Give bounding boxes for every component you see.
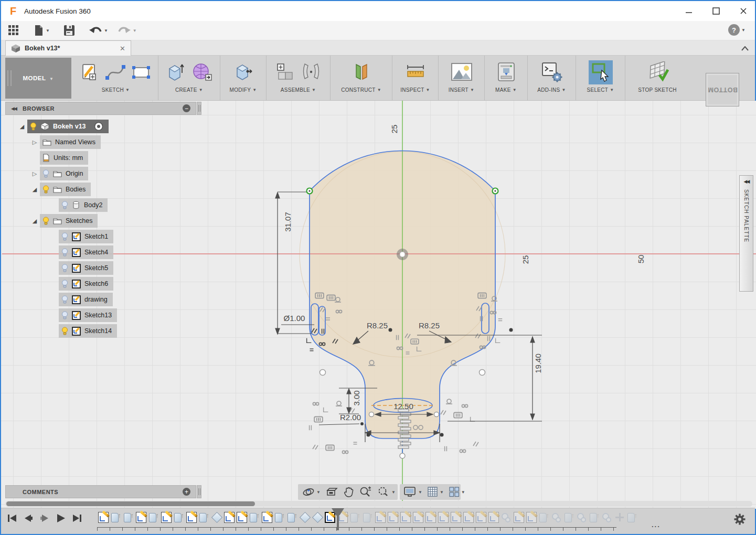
visibility-bulb-icon[interactable] (61, 280, 68, 288)
assemble-group-label[interactable]: ASSEMBLE▼ (281, 87, 316, 93)
minimize-button[interactable] (685, 7, 693, 15)
form-icon[interactable] (191, 61, 212, 83)
browser-row[interactable]: Named Views (5, 135, 194, 149)
timeline-feature[interactable] (551, 512, 562, 523)
timeline-feature[interactable] (564, 512, 574, 523)
browser-row[interactable]: Body2 (5, 198, 194, 212)
visibility-bulb-icon[interactable] (61, 295, 68, 304)
construct-plane-icon[interactable] (351, 61, 372, 83)
timeline-feature[interactable] (413, 512, 423, 523)
timeline-feature[interactable] (539, 512, 549, 523)
tab-close-icon[interactable]: ✕ (120, 45, 125, 52)
browser-header[interactable]: ◀◀ BROWSER − (5, 102, 196, 115)
maximize-button[interactable] (712, 7, 720, 15)
timeline-feature[interactable] (249, 512, 260, 523)
visibility-bulb-icon[interactable] (61, 264, 68, 272)
grid-settings-button[interactable]: ▼ (428, 487, 444, 497)
timeline-feature[interactable] (602, 512, 612, 523)
comments-header[interactable]: COMMENTS + (5, 485, 196, 498)
expand-arrow-icon[interactable] (29, 139, 40, 146)
timeline-feature[interactable] (451, 512, 461, 523)
browser-row[interactable]: Sketch1 (5, 230, 194, 243)
timeline-feature[interactable] (501, 512, 512, 523)
app-grid-button[interactable] (8, 25, 19, 36)
add-comment-icon[interactable]: + (183, 488, 190, 496)
visibility-bulb-icon[interactable] (61, 327, 68, 335)
timeline-feature[interactable] (287, 512, 297, 523)
sketch-group-label[interactable]: SKETCH▼ (102, 87, 130, 93)
sketch-palette-collapsed[interactable]: ◀◀ SKETCH PALETTE (739, 175, 753, 292)
dim-top-width[interactable]: 25 (390, 125, 399, 134)
timeline-feature[interactable] (463, 512, 474, 523)
addins-group-label[interactable]: ADD-INS▼ (537, 87, 566, 93)
create-sketch-icon[interactable] (81, 62, 100, 82)
expand-arrow-icon[interactable] (29, 170, 40, 177)
dim-ellipse-width[interactable]: 12.50 (393, 402, 413, 411)
browser-row[interactable]: Sketch14 (5, 324, 194, 338)
origin-point[interactable] (397, 249, 408, 260)
timeline-feature[interactable] (476, 512, 486, 523)
look-at-button[interactable] (326, 487, 338, 497)
browser-row[interactable]: drawing (5, 293, 194, 306)
rectangle-icon[interactable] (131, 64, 151, 81)
timeline-feature[interactable] (400, 512, 411, 523)
redo-button[interactable]: ▼ (118, 26, 137, 35)
go-to-start-button[interactable] (7, 513, 17, 523)
timeline-feature[interactable] (363, 512, 373, 523)
dim-lip-height[interactable]: 3.00 (352, 390, 361, 405)
visibility-bulb-icon[interactable] (42, 217, 49, 225)
file-menu-button[interactable]: ▼ (34, 25, 50, 36)
timeline-feature[interactable] (300, 512, 310, 523)
browser-row[interactable]: Sketches (5, 214, 194, 228)
browser-row[interactable]: Sketch13 (5, 308, 194, 322)
select-group-label[interactable]: SELECT▼ (587, 87, 614, 93)
step-back-button[interactable] (24, 513, 33, 523)
dim-axis-50[interactable]: 50 (636, 255, 645, 264)
stop-sketch-label[interactable]: STOP SKETCH (638, 87, 677, 93)
expand-arrow-icon[interactable] (29, 186, 40, 193)
browser-row[interactable]: Sketch6 (5, 277, 194, 291)
visibility-bulb-icon[interactable] (61, 248, 68, 256)
scrollbar-thumb[interactable] (6, 501, 255, 506)
select-tool-active[interactable] (589, 60, 613, 84)
visibility-bulb-icon[interactable] (61, 232, 68, 241)
visibility-bulb-icon[interactable] (42, 185, 49, 194)
visibility-bulb-icon[interactable] (30, 122, 37, 131)
browser-row[interactable]: Origin (5, 167, 194, 180)
press-pull-icon[interactable] (233, 61, 254, 83)
timeline-settings-gear-icon[interactable] (733, 512, 747, 526)
dim-left-height[interactable]: 31.07 (283, 212, 292, 232)
go-to-end-button[interactable] (72, 513, 82, 523)
activate-radio-icon[interactable] (94, 122, 103, 131)
timeline-feature[interactable] (224, 512, 235, 523)
timeline-feature[interactable] (211, 512, 222, 523)
dim-axis-25[interactable]: 25 (521, 255, 530, 264)
browser-row[interactable]: Units: mm (5, 151, 194, 165)
new-component-icon[interactable] (275, 62, 295, 83)
timeline-feature[interactable] (199, 512, 209, 523)
document-tab[interactable]: Bokeh v13* ✕ (5, 40, 131, 56)
timeline-feature[interactable] (438, 512, 449, 523)
insert-image-icon[interactable] (451, 62, 473, 82)
display-settings-button[interactable]: ▼ (404, 487, 422, 497)
make-group-label[interactable]: MAKE▼ (495, 87, 517, 93)
timeline-feature[interactable] (186, 512, 197, 523)
browser-remove-icon[interactable]: − (183, 104, 190, 112)
visibility-bulb-icon[interactable] (61, 201, 68, 209)
viewports-button[interactable]: ▼ (449, 487, 465, 497)
timeline-feature[interactable] (262, 512, 272, 523)
timeline-feature[interactable] (375, 512, 386, 523)
timeline-position-marker[interactable] (332, 508, 344, 531)
help-button[interactable]: ? ▼ (728, 24, 746, 36)
stop-sketch-icon[interactable] (646, 61, 669, 83)
timeline-feature[interactable] (589, 512, 600, 523)
browser-row[interactable]: Sketch5 (5, 261, 194, 275)
timeline-feature[interactable] (161, 512, 172, 523)
browser-grip[interactable] (197, 102, 201, 115)
timeline-feature[interactable] (388, 512, 398, 523)
horizontal-scrollbar[interactable] (5, 501, 752, 507)
timeline-feature[interactable] (627, 512, 637, 523)
spline-icon[interactable] (105, 63, 126, 82)
insert-group-label[interactable]: INSERT▼ (449, 87, 475, 93)
fit-button[interactable]: ▼ (377, 486, 396, 498)
